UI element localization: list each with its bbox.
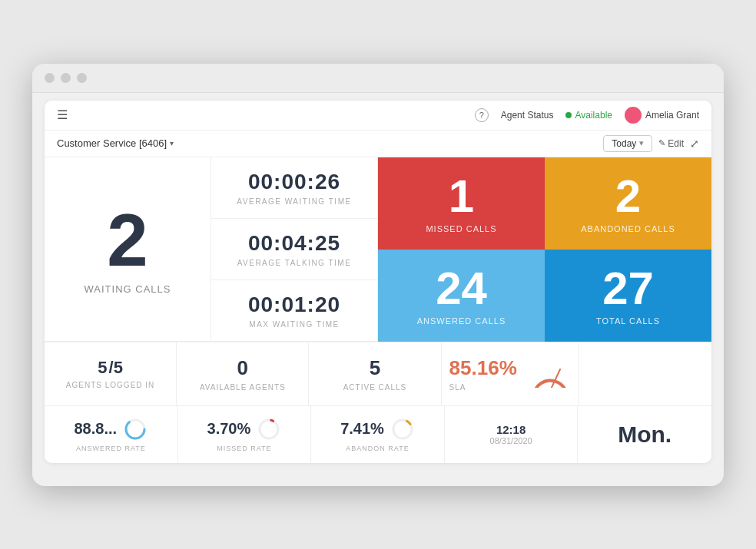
abandon-rate-stat: 7.41% ABANDON RATE: [311, 406, 445, 463]
answered-calls-number: 24: [436, 266, 487, 312]
agents-logged-fraction: /5: [109, 358, 123, 378]
datetime-stat: 12:18 08/31/2020: [445, 406, 579, 463]
missed-rate-stat: 3.70% MISSED RATE: [178, 406, 312, 463]
agents-logged-stat: 5 /5 AGENTS LOGGED IN: [45, 342, 177, 405]
abandon-rate-chart: [390, 417, 415, 442]
maximize-btn[interactable]: [77, 73, 87, 83]
queue-name: Customer Service [6406]: [57, 137, 167, 149]
main-panel: ☰ ? Agent Status Available Amelia Grant …: [45, 101, 711, 463]
help-icon[interactable]: ?: [475, 108, 489, 122]
available-agents-stat: 0 AVAILABLE AGENTS: [177, 342, 309, 405]
missed-calls-number: 1: [449, 174, 474, 220]
abandoned-calls-box: 2 ABANDONED CALLS: [545, 157, 711, 250]
active-calls-label: ACTIVE CALLS: [343, 383, 407, 392]
missed-rate-label: MISSED RATE: [217, 445, 271, 452]
app-window: ☰ ? Agent Status Available Amelia Grant …: [32, 64, 724, 486]
titlebar: [32, 64, 724, 93]
minimize-btn[interactable]: [61, 73, 71, 83]
abandoned-calls-label: ABANDONED CALLS: [581, 224, 675, 233]
sla-gauge: [529, 360, 571, 388]
avg-wait-stat: 00:00:26 AVERAGE WAITING TIME: [211, 157, 377, 219]
sla-section: 85.16% SLA: [449, 356, 571, 392]
edit-label: Edit: [668, 138, 684, 149]
abandoned-calls-number: 2: [615, 174, 641, 220]
empty-stat: [579, 342, 711, 405]
abandon-rate-value: 7.41%: [340, 420, 384, 438]
agents-logged-value: 5: [98, 358, 107, 378]
answered-calls-label: ANSWERED CALLS: [417, 316, 506, 326]
middle-stats-row: 5 /5 AGENTS LOGGED IN 0 AVAILABLE AGENTS…: [45, 342, 711, 405]
agents-logged-label: AGENTS LOGGED IN: [66, 381, 154, 389]
waiting-calls-panel: 2 WAITING CALLS: [45, 157, 211, 342]
answered-rate-top: 88.8...: [74, 417, 148, 442]
missed-rate-chart: [257, 417, 281, 442]
total-calls-number: 27: [602, 266, 654, 312]
sub-nav-right: Today ▾ ✎ Edit ⤢: [603, 135, 699, 152]
sub-nav: Customer Service [6406] ▾ Today ▾ ✎ Edit…: [45, 131, 711, 157]
available-agents-value: 0: [237, 356, 248, 380]
max-wait-stat: 00:01:20 MAX WAITING TIME: [211, 280, 377, 341]
top-nav: ☰ ? Agent Status Available Amelia Grant: [45, 101, 711, 131]
queue-title[interactable]: Customer Service [6406] ▾: [57, 137, 174, 149]
avg-wait-value: 00:00:26: [248, 170, 340, 194]
abandon-rate-top: 7.41%: [340, 417, 415, 442]
close-btn[interactable]: [45, 73, 55, 83]
expand-button[interactable]: ⤢: [690, 137, 699, 150]
avg-talk-stat: 00:04:25 AVERAGE TALKING TIME: [211, 219, 377, 280]
missed-calls-box: 1 MISSED CALLS: [378, 157, 545, 250]
current-time: 12:18: [496, 423, 526, 436]
calendar-icon: ▾: [639, 138, 644, 148]
waiting-calls-number: 2: [107, 203, 148, 277]
edit-button[interactable]: ✎ Edit: [658, 138, 684, 149]
day-stat: Mon.: [578, 406, 711, 463]
user-name: Amelia Grant: [645, 110, 699, 121]
avg-wait-label: AVERAGE WAITING TIME: [237, 197, 351, 206]
user-avatar: [625, 107, 642, 124]
available-agents-label: AVAILABLE AGENTS: [200, 383, 286, 392]
active-calls-value: 5: [370, 356, 380, 380]
answered-rate-stat: 88.8... ANSWERED RATE: [45, 406, 178, 463]
sla-stat: 85.16% SLA: [442, 342, 579, 405]
user-menu[interactable]: Amelia Grant: [625, 107, 699, 124]
current-day: Mon.: [618, 422, 671, 448]
available-label: Available: [575, 110, 612, 121]
missed-rate-top: 3.70%: [207, 417, 282, 442]
datetime-box: 12:18 08/31/2020: [490, 423, 532, 445]
active-calls-stat: 5 ACTIVE CALLS: [309, 342, 441, 405]
missed-rate-value: 3.70%: [207, 420, 251, 438]
answered-rate-label: ANSWERED RATE: [76, 445, 146, 452]
agent-status-label[interactable]: Agent Status: [501, 110, 554, 121]
current-date: 08/31/2020: [490, 436, 532, 445]
max-wait-label: MAX WAITING TIME: [249, 320, 339, 329]
nav-left: ☰: [57, 107, 68, 122]
nav-right: ? Agent Status Available Amelia Grant: [475, 107, 699, 124]
time-stats-panel: 00:00:26 AVERAGE WAITING TIME 00:04:25 A…: [211, 157, 378, 342]
sla-value: 85.16%: [449, 356, 517, 380]
waiting-calls-label: WAITING CALLS: [85, 283, 171, 295]
available-status[interactable]: Available: [565, 110, 612, 121]
total-calls-label: TOTAL CALLS: [596, 316, 660, 326]
abandon-rate-label: ABANDON RATE: [346, 445, 409, 452]
answered-rate-value: 88.8...: [74, 420, 117, 438]
dashboard-grid: 2 WAITING CALLS 00:00:26 AVERAGE WAITING…: [45, 157, 711, 463]
avg-talk-label: AVERAGE TALKING TIME: [237, 259, 352, 267]
footer-stats-row: 88.8... ANSWERED RATE 3.70%: [45, 405, 711, 463]
svg-point-4: [260, 420, 278, 438]
total-calls-box: 27 TOTAL CALLS: [545, 250, 711, 342]
answered-rate-chart: [123, 417, 148, 442]
sla-label: SLA: [449, 383, 517, 392]
date-picker[interactable]: Today ▾: [603, 135, 652, 152]
avg-talk-value: 00:04:25: [248, 231, 340, 256]
gauge-svg: [529, 360, 571, 388]
missed-calls-label: MISSED CALLS: [426, 224, 496, 233]
max-wait-value: 00:01:20: [248, 293, 340, 317]
answered-calls-box: 24 ANSWERED CALLS: [378, 250, 545, 342]
menu-icon[interactable]: ☰: [57, 107, 68, 122]
pencil-icon: ✎: [658, 138, 665, 148]
queue-chevron: ▾: [170, 139, 174, 147]
date-value: Today: [612, 138, 636, 149]
status-dot: [565, 112, 572, 118]
